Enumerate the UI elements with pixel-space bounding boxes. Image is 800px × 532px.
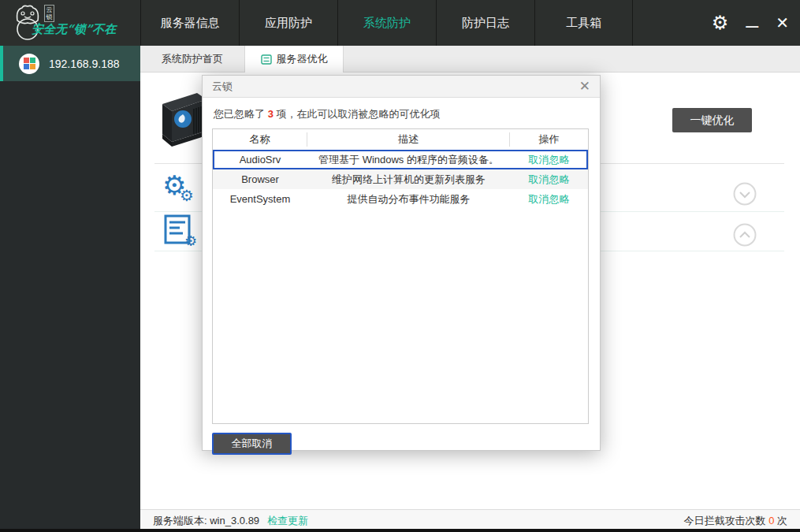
service-description: 提供自动分布事件功能服务 xyxy=(307,192,510,206)
cancel-ignore-link[interactable]: 取消忽略 xyxy=(529,173,570,185)
gear-icon[interactable]: ⚙ xyxy=(712,13,729,32)
active-accent-bar xyxy=(0,46,3,81)
ignored-items-table: 名称 描述 操作 AudioSrv 管理基于 Windows 的程序的音频设备。… xyxy=(212,128,589,424)
service-description: 管理基于 Windows 的程序的音频设备。 xyxy=(307,153,510,167)
service-description: 维护网络上计算机的更新列表服务 xyxy=(307,173,510,187)
dialog-title: 云锁 xyxy=(212,80,579,94)
windows-logo-icon xyxy=(19,54,39,74)
app-window: 云锁 安全无“锁”不在 服务器信息 应用防护 系统防护 防护日志 工具箱 ⚙ —… xyxy=(0,0,800,532)
nav-tab-server-info[interactable]: 服务器信息 xyxy=(140,0,239,46)
service-list-icon: ⚙ xyxy=(164,214,199,246)
window-controls: ⚙ — ✕ xyxy=(712,0,789,46)
server-ip-label: 192.168.9.188 xyxy=(49,58,120,70)
main-nav: 服务器信息 应用防护 系统防护 防护日志 工具箱 xyxy=(140,0,633,46)
dialog-titlebar: 云锁 ✕ xyxy=(203,76,600,98)
server-version-label: 服务端版本: win_3.0.89 xyxy=(153,514,259,528)
table-row[interactable]: AudioSrv 管理基于 Windows 的程序的音频设备。 取消忽略 xyxy=(213,150,588,169)
nav-tab-toolbox[interactable]: 工具箱 xyxy=(534,0,633,46)
check-update-link[interactable]: 检查更新 xyxy=(267,514,308,528)
topbar: 云锁 安全无“锁”不在 服务器信息 应用防护 系统防护 防护日志 工具箱 ⚙ —… xyxy=(0,0,800,46)
nav-tab-app-protection[interactable]: 应用防护 xyxy=(239,0,337,46)
table-header-row: 名称 描述 操作 xyxy=(213,129,588,150)
server-image xyxy=(151,87,210,153)
ignored-items-dialog: 云锁 ✕ 您已忽略了 3 项，在此可以取消被忽略的可优化项 名称 描述 操作 A… xyxy=(202,75,601,451)
ignored-count-message: 您已忽略了 3 项，在此可以取消被忽略的可优化项 xyxy=(212,106,590,128)
server-icon xyxy=(261,54,272,65)
sidebar-item-server[interactable]: 192.168.9.188 xyxy=(0,46,140,81)
dialog-body: 您已忽略了 3 项，在此可以取消被忽略的可优化项 名称 描述 操作 AudioS… xyxy=(203,98,600,455)
attack-counter: 今日拦截攻击次数 0 次 xyxy=(684,514,787,528)
attack-count: 0 xyxy=(768,515,774,526)
column-header-action: 操作 xyxy=(510,132,588,147)
chevron-up-icon[interactable] xyxy=(733,223,757,247)
nav-tab-protection-logs[interactable]: 防护日志 xyxy=(436,0,534,46)
table-row[interactable]: Browser 维护网络上计算机的更新列表服务 取消忽略 xyxy=(213,169,588,189)
chevron-down-icon[interactable] xyxy=(733,182,757,206)
logo-stamp: 云锁 xyxy=(44,5,54,22)
svg-text:⚙: ⚙ xyxy=(184,233,197,246)
window-bottom-edge xyxy=(0,529,800,532)
app-logo: 云锁 安全无“锁”不在 xyxy=(0,0,140,46)
cancel-ignore-link[interactable]: 取消忽略 xyxy=(529,154,570,166)
column-header-description: 描述 xyxy=(307,132,510,147)
sidebar: 192.168.9.188 xyxy=(0,46,140,532)
dialog-close-icon[interactable]: ✕ xyxy=(579,80,590,93)
cancel-all-button[interactable]: 全部取消 xyxy=(212,433,292,455)
one-key-optimize-button[interactable]: 一键优化 xyxy=(672,108,752,132)
nav-tab-system-protection[interactable]: 系统防护 xyxy=(337,0,436,46)
minimize-icon[interactable]: — xyxy=(746,13,758,33)
table-row[interactable]: EventSystem 提供自动分布事件功能服务 取消忽略 xyxy=(213,189,588,209)
service-name: Browser xyxy=(213,173,307,185)
tab-server-optimization[interactable]: 服务器优化 xyxy=(244,46,344,73)
tab-label: 服务器优化 xyxy=(277,52,328,66)
service-name: EventSystem xyxy=(213,193,307,205)
cancel-ignore-link[interactable]: 取消忽略 xyxy=(529,193,570,205)
service-name: AudioSrv xyxy=(213,154,307,166)
column-header-name: 名称 xyxy=(213,132,307,147)
tab-system-protection-home[interactable]: 系统防护首页 xyxy=(140,46,244,73)
logo-slogan: 安全无“锁”不在 xyxy=(32,22,138,37)
subtab-bar: 系统防护首页 服务器优化 xyxy=(140,46,800,73)
gears-icon: ⚙⚙ xyxy=(162,172,199,208)
close-icon[interactable]: ✕ xyxy=(776,15,789,31)
ignored-count: 3 xyxy=(268,108,273,120)
